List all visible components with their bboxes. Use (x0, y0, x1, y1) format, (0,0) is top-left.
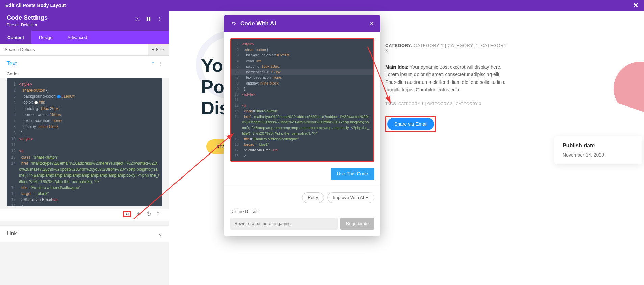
tab-design[interactable]: Design (31, 31, 60, 44)
chevron-down-icon[interactable]: ⌄ (158, 231, 162, 237)
chevron-down-icon[interactable]: ▾ (35, 23, 37, 27)
search-input[interactable] (0, 44, 148, 55)
refine-label: Refine Result (230, 209, 374, 214)
svg-point-1 (159, 17, 160, 18)
excerpt: Main Idea: Your dynamic post excerpt wil… (385, 63, 507, 94)
chevron-down-icon: ▾ (366, 195, 368, 200)
svg-point-2 (159, 18, 160, 19)
settings-title: Code Settings (7, 14, 48, 21)
share-button[interactable]: Share via Email (387, 118, 434, 130)
category-line: CATEGORY: CATEGORY 1 | CATEGORY 2 | CATE… (385, 43, 507, 53)
ai-modal: Code With AI ✕ 1<style> 2 .share-button … (224, 15, 380, 236)
date-value: November 14, 2023 (563, 152, 634, 158)
more-icon[interactable]: ⋮ (158, 61, 162, 66)
more-icon[interactable] (157, 16, 162, 21)
filter-button[interactable]: +Filter (148, 44, 169, 55)
plus-icon[interactable] (136, 211, 141, 216)
svg-rect-0 (137, 18, 138, 19)
share-highlight: Share via Email (385, 116, 436, 132)
improve-button[interactable]: Improve With AI▾ (327, 192, 374, 203)
code-editor[interactable]: 1<style> 2 .share-button { 3 background-… (7, 78, 162, 206)
svg-point-3 (159, 20, 160, 21)
decor-shape (606, 54, 644, 123)
preset-label: Preset: (7, 23, 20, 27)
chevron-up-icon[interactable]: ⌃ (151, 61, 155, 66)
ai-button[interactable]: AI (123, 211, 131, 217)
settings-panel: Code Settings Preset: Default ▾ Content … (0, 11, 169, 285)
section-title-text: Text (7, 61, 17, 67)
ai-modal-title: Code With AI (240, 20, 276, 27)
tab-advanced[interactable]: Advanced (60, 31, 95, 44)
back-icon[interactable] (230, 21, 236, 27)
page-title: Edit All Posts Body Layout (5, 3, 66, 8)
ai-code-block[interactable]: 1<style> 2 .share-button { 3 background-… (230, 38, 374, 162)
section-title-link: Link (7, 231, 17, 237)
date-label: Publish date (563, 143, 634, 149)
columns-icon[interactable] (146, 16, 151, 21)
sort-icon[interactable] (156, 211, 162, 216)
use-code-button[interactable]: Use This Code (331, 168, 374, 180)
tab-content[interactable]: Content (0, 31, 31, 44)
retry-button[interactable]: Retry (302, 192, 324, 203)
tags-line: TAGS: CATEGORY 1 | CATEGORY 2 | CATEGORY… (385, 102, 507, 106)
close-icon[interactable]: ✕ (369, 20, 374, 27)
tabs: Content Design Advanced (0, 31, 169, 44)
preset-value[interactable]: Default (21, 23, 34, 27)
close-icon[interactable]: ✕ (633, 1, 639, 9)
target-icon[interactable] (135, 16, 140, 21)
refine-input[interactable] (230, 218, 338, 230)
regenerate-button[interactable]: Regenerate (340, 218, 374, 230)
power-icon[interactable] (146, 211, 151, 216)
date-card: Publish date November 14, 2023 (554, 136, 642, 164)
code-label: Code (0, 71, 169, 78)
